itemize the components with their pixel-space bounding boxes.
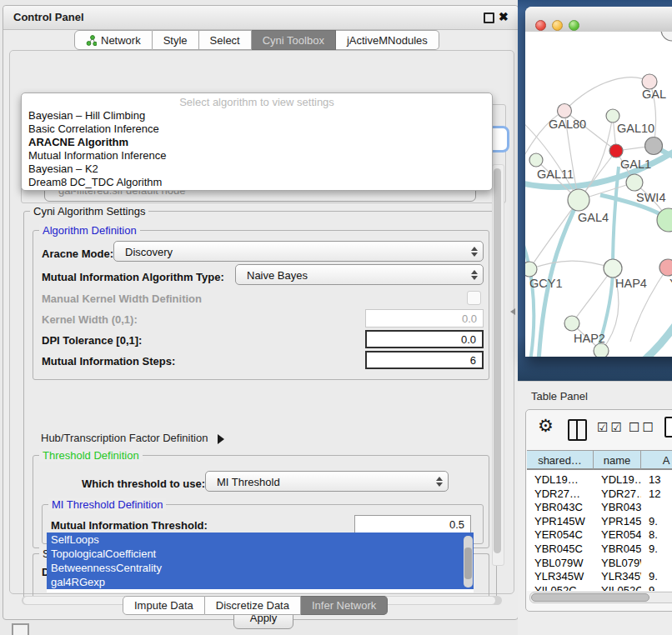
node-label: GCY1	[529, 277, 563, 290]
network-window-titlebar[interactable]	[525, 7, 672, 32]
network-edge	[525, 225, 534, 357]
mi-type-label: Mutual Information Algorithm Type:	[42, 271, 224, 283]
window-close-button[interactable]	[535, 20, 546, 31]
document-icon[interactable]	[664, 417, 672, 438]
manual-kernel-checkbox[interactable]	[467, 291, 481, 305]
dropdown-item[interactable]: Bayesian – K2	[22, 162, 492, 176]
control-panel-titlebar: Control Panel ✖	[3, 6, 518, 30]
tab-impute-data[interactable]: Impute Data	[123, 596, 205, 615]
settings-scroll-region: Cyni Algorithm Settings Algorithm Defini…	[18, 161, 510, 566]
attribute-table[interactable]: shared…nameAYDL19…YDL19…13YDR27…YDR27…12…	[527, 450, 672, 591]
table-row[interactable]: YPR145WYPR145W9.	[527, 514, 672, 528]
node-gal10[interactable]	[606, 109, 619, 122]
table-cell: YPR145W	[534, 514, 594, 528]
aracne-mode-combo[interactable]: Discovery	[113, 241, 484, 262]
column-header[interactable]: shared…	[527, 451, 594, 470]
algorithm-dropdown-list: Select algorithm to view settings Bayesi…	[21, 92, 493, 191]
table-cell: YLR345W	[534, 569, 594, 583]
column-header[interactable]: A	[641, 451, 672, 470]
mi-type-combo[interactable]: Naive Bayes	[235, 264, 484, 285]
mi-steps-field[interactable]: 6	[365, 351, 484, 369]
node-gal4[interactable]	[568, 189, 589, 211]
table-panel-title: Table Panel	[531, 390, 588, 402]
tab-infer-network[interactable]: Infer Network	[301, 596, 388, 615]
dropdown-item[interactable]: ARACNE Algorithm	[22, 136, 492, 149]
stepper-icon[interactable]	[470, 247, 478, 257]
table-row[interactable]: YBR043CYBR043C	[527, 500, 672, 514]
gear-icon[interactable]: ⚙	[538, 416, 554, 436]
table-cell: YER054C	[534, 528, 594, 542]
kernel-width-field[interactable]: 0.0	[365, 309, 484, 328]
list-vertical-scrollbar[interactable]	[464, 536, 473, 588]
settings-vertical-scrollbar[interactable]	[492, 164, 504, 566]
table-cell: YIL052C	[534, 583, 594, 591]
scrollbar-thumb[interactable]	[531, 593, 649, 602]
attribute-list-item[interactable]: gal4RGexp	[47, 575, 474, 589]
stepper-icon[interactable]	[470, 270, 478, 280]
tab-select[interactable]: Select	[199, 30, 252, 50]
tab-cyni-toolbox[interactable]: Cyni Toolbox	[252, 30, 336, 50]
node[interactable]	[609, 144, 623, 158]
dpi-tolerance-value: 0.0	[461, 333, 476, 346]
float-window-icon[interactable]	[484, 12, 494, 23]
table-cell: YPR145W	[601, 514, 641, 528]
node-label: GAL10	[617, 122, 654, 135]
network-graph: GALGAL80GAL10GAL11GAL1SWI4GAL4GCY1HAP4YH…	[525, 32, 672, 357]
node[interactable]	[594, 343, 609, 357]
window-zoom-button[interactable]	[569, 20, 579, 31]
network-canvas[interactable]: GALGAL80GAL10GAL11GAL1SWI4GAL4GCY1HAP4YH…	[525, 32, 672, 357]
node[interactable]	[645, 138, 663, 155]
table-row[interactable]: YLR345WYLR345W9.	[527, 569, 672, 583]
dropdown-item[interactable]: Bayesian – Hill Climbing	[22, 109, 492, 122]
tab-jactivemnodules[interactable]: jActiveMNodules	[336, 30, 439, 50]
node-hap4[interactable]	[604, 259, 622, 278]
split-panel-icon[interactable]	[568, 419, 587, 441]
table-cell	[649, 556, 672, 570]
table-row[interactable]: YER054CYER054C8.	[527, 528, 672, 542]
table-row[interactable]: YDL19…YDL19…13	[527, 472, 672, 487]
tab-network[interactable]: Network	[74, 30, 153, 50]
attribute-list-item[interactable]: SelfLoops	[47, 532, 474, 547]
close-icon[interactable]: ✖	[499, 10, 509, 23]
attribute-list-item[interactable]: BetweennessCentrality	[47, 561, 474, 575]
table-cell: YDL19…	[534, 472, 594, 487]
dropdown-item[interactable]: Mutual Information Inference	[22, 149, 492, 162]
which-threshold-combo[interactable]: MI Threshold	[205, 471, 449, 492]
node-hap2[interactable]	[564, 316, 579, 331]
table-cell: 8.	[649, 528, 672, 542]
hub-definition-toggle[interactable]: Hub/Transcription Factor Definition	[41, 432, 224, 444]
table-cell: 12	[649, 487, 672, 501]
stepper-icon[interactable]	[435, 477, 443, 487]
node-gcy1[interactable]	[525, 262, 537, 277]
node-gal1[interactable]	[626, 174, 643, 191]
select-columns-icon[interactable]: ☑☑	[597, 420, 624, 435]
node-y[interactable]	[659, 259, 672, 276]
attribute-list-item[interactable]: TopologicalCoefficient	[47, 547, 474, 561]
node-label: SWI4	[636, 191, 665, 204]
node-gal80[interactable]	[558, 104, 572, 118]
table-cell: YBR043C	[601, 500, 641, 514]
table-cell: YER054C	[601, 528, 641, 542]
deselect-columns-icon[interactable]: ☐☐	[629, 420, 656, 435]
table-horizontal-scrollbar[interactable]	[529, 592, 672, 603]
data-attributes-list[interactable]: SelfLoopsTopologicalCoefficientBetweenne…	[47, 532, 474, 592]
scrollbar-thumb[interactable]	[464, 548, 472, 579]
dropdown-item[interactable]: Dream8 DC_TDC Algorithm	[22, 176, 492, 189]
node[interactable]	[661, 32, 672, 41]
node-gal11[interactable]	[529, 153, 543, 167]
dpi-tolerance-field[interactable]: 0.0	[365, 330, 484, 348]
table-row[interactable]: YIL052CYIL052C9	[527, 583, 672, 591]
table-row[interactable]: YBL079WYBL079W	[527, 556, 672, 570]
grip-icon[interactable]	[12, 623, 29, 635]
dropdown-item[interactable]: Basic Correlation Inference	[22, 122, 492, 136]
column-header[interactable]: name	[594, 451, 641, 470]
splitter-arrow-icon[interactable]	[510, 308, 515, 315]
scrollbar-thumb[interactable]	[494, 168, 501, 553]
table-cell: YDR27…	[601, 487, 641, 501]
window-minimize-button[interactable]	[552, 20, 563, 31]
tab-style[interactable]: Style	[153, 30, 199, 50]
table-row[interactable]: YDR27…YDR27…12	[527, 487, 672, 501]
tab-discretize-data[interactable]: Discretize Data	[205, 596, 301, 615]
table-row[interactable]: YBR045CYBR045C9.	[527, 542, 672, 556]
mi-threshold-field[interactable]: 0.5	[354, 515, 471, 533]
